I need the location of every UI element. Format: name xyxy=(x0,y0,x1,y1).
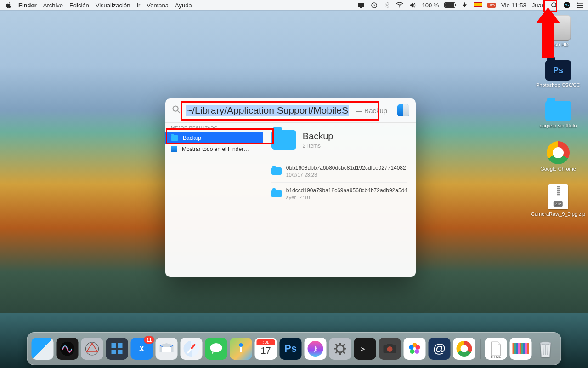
svg-line-30 xyxy=(336,344,338,346)
dock-appstore[interactable]: 11 xyxy=(131,338,153,360)
dock-finder[interactable] xyxy=(32,338,54,360)
dock-mail[interactable] xyxy=(156,338,178,360)
menu-ventana[interactable]: Ventana xyxy=(147,2,169,9)
charging-icon xyxy=(461,1,468,9)
svg-point-3 xyxy=(399,6,400,7)
desktop-zip-file[interactable]: ZIP CameraRaw_9_0.pg.zip xyxy=(531,184,585,217)
iso-badge[interactable]: ISO xyxy=(487,3,496,8)
folder-icon xyxy=(171,135,178,141)
svg-point-42 xyxy=(540,342,551,345)
desktop-photoshop-folder[interactable]: Ps Photoshop CS6/CC xyxy=(536,60,580,88)
dock-appstore-badge: 11 xyxy=(144,336,154,344)
finder-icon xyxy=(171,146,177,152)
svg-rect-17 xyxy=(112,343,116,348)
spotlight-search-input[interactable]: ~/Library/Application Support/MobileS xyxy=(186,105,349,116)
svg-point-13 xyxy=(173,106,178,111)
preview-item-row[interactable]: b1dccd190a79ba18c69aa9568cb4b72adb92a5d4… xyxy=(271,182,407,205)
dock-photos[interactable] xyxy=(404,338,426,360)
desktop-untitled-folder[interactable]: carpeta sin título xyxy=(540,101,577,128)
dock-launchpad[interactable] xyxy=(81,338,103,360)
preview-folder-meta: 2 ítems xyxy=(303,143,334,149)
spotlight-result-label: Backup xyxy=(183,135,201,141)
menu-ayuda[interactable]: Ayuda xyxy=(175,2,192,9)
dock-document[interactable]: HTML xyxy=(485,338,507,360)
svg-point-11 xyxy=(577,5,578,6)
svg-point-40 xyxy=(410,349,415,354)
spotlight-result-label: Mostrar todo en el Finder… xyxy=(182,146,249,152)
spotlight-preview-pane: Backup 2 ítems 0bb1608dbb7a6b80dcbc81d19… xyxy=(263,123,416,277)
spotlight-results-list: MEJOR RESULTADO Backup Mostrar todo en e… xyxy=(165,123,263,277)
dock-at-app[interactable]: @ xyxy=(429,338,451,360)
menu-app-name[interactable]: Finder xyxy=(18,2,37,9)
spotlight-window: ~/Library/Application Support/MobileS — … xyxy=(165,98,416,277)
notification-center-icon[interactable] xyxy=(576,1,583,9)
svg-point-41 xyxy=(409,345,414,350)
wifi-icon[interactable] xyxy=(396,1,403,9)
photoshop-folder-label: Photoshop CS6/CC xyxy=(536,82,580,88)
siri-menu-icon[interactable] xyxy=(563,1,571,9)
zip-icon: ZIP xyxy=(548,184,568,209)
menu-datetime[interactable]: Vie 11:53 xyxy=(501,2,526,9)
svg-marker-16 xyxy=(87,343,98,352)
dock-system-preferences[interactable] xyxy=(329,338,351,360)
svg-point-15 xyxy=(86,342,99,355)
search-icon xyxy=(172,105,181,116)
untitled-folder-label: carpeta sin título xyxy=(540,123,577,128)
dock-separator xyxy=(480,339,481,359)
svg-rect-19 xyxy=(112,350,116,354)
dock-siri[interactable] xyxy=(57,338,79,360)
svg-rect-20 xyxy=(118,350,123,354)
dock-mission-control[interactable] xyxy=(106,338,128,360)
folder-icon xyxy=(545,101,571,121)
dock-safari[interactable] xyxy=(181,338,203,360)
dock-doc-label: HTML xyxy=(491,355,501,359)
dock-photoshop[interactable]: Ps xyxy=(280,338,302,360)
calendar-month: JUL xyxy=(257,339,275,345)
spotlight-finder-badge-icon xyxy=(397,104,409,116)
dock-messages[interactable] xyxy=(205,338,227,360)
menu-ir[interactable]: Ir xyxy=(136,2,140,9)
preview-item-date: 10/2/17 23:23 xyxy=(286,172,407,178)
svg-point-35 xyxy=(387,346,393,352)
apple-menu-icon[interactable] xyxy=(5,1,12,9)
desktop-icons: ntosh HD Ps Photoshop CS6/CC carpeta sin… xyxy=(533,15,583,217)
svg-point-25 xyxy=(337,345,344,352)
preview-item-row[interactable]: 0bb1608dbb7a6b80dcbc81d192cdfce027714082… xyxy=(271,160,407,182)
dock-terminal[interactable]: >_ xyxy=(354,338,376,360)
spotlight-result-backup[interactable]: Backup xyxy=(165,132,263,144)
dock-folder-swatch[interactable] xyxy=(510,338,532,360)
dock-itunes[interactable]: ♪ xyxy=(305,338,327,360)
dock-photobooth[interactable] xyxy=(379,338,401,360)
display-icon[interactable] xyxy=(357,1,365,9)
svg-point-39 xyxy=(415,349,419,354)
menu-edicion[interactable]: Edición xyxy=(69,2,89,9)
svg-point-10 xyxy=(577,2,578,4)
svg-rect-36 xyxy=(387,344,393,346)
calendar-day: 17 xyxy=(255,345,277,356)
spotlight-result-show-all[interactable]: Mostrar todo en el Finder… xyxy=(165,144,263,155)
preview-item-date: ayer 14:10 xyxy=(286,195,407,200)
dock-chrome[interactable] xyxy=(453,338,475,360)
folder-icon xyxy=(271,190,282,197)
svg-line-32 xyxy=(343,344,345,346)
flag-es-icon[interactable] xyxy=(474,2,482,9)
svg-line-33 xyxy=(336,351,338,353)
timemachine-icon[interactable] xyxy=(370,1,378,9)
battery-percent[interactable]: 100 % xyxy=(422,2,439,9)
battery-icon[interactable] xyxy=(444,2,455,8)
menu-archivo[interactable]: Archivo xyxy=(43,2,63,9)
dock-maps[interactable] xyxy=(230,338,252,360)
chrome-label: Google Chrome xyxy=(540,166,576,172)
spotlight-search-row: ~/Library/Application Support/MobileS — … xyxy=(165,98,416,122)
svg-rect-22 xyxy=(162,347,171,352)
bluetooth-icon[interactable] xyxy=(383,1,390,9)
spotlight-section-header: MEJOR RESULTADO xyxy=(165,123,263,132)
ps-glyph: Ps xyxy=(284,343,297,355)
zip-label: CameraRaw_9_0.pg.zip xyxy=(531,211,585,217)
menu-visualizacion[interactable]: Visualización xyxy=(96,2,130,9)
dock-calendar[interactable]: JUL 17 xyxy=(255,338,277,360)
volume-icon[interactable] xyxy=(409,1,416,9)
svg-point-38 xyxy=(416,345,420,350)
dock-trash[interactable] xyxy=(535,338,557,360)
desktop-chrome[interactable]: Google Chrome xyxy=(540,141,576,172)
